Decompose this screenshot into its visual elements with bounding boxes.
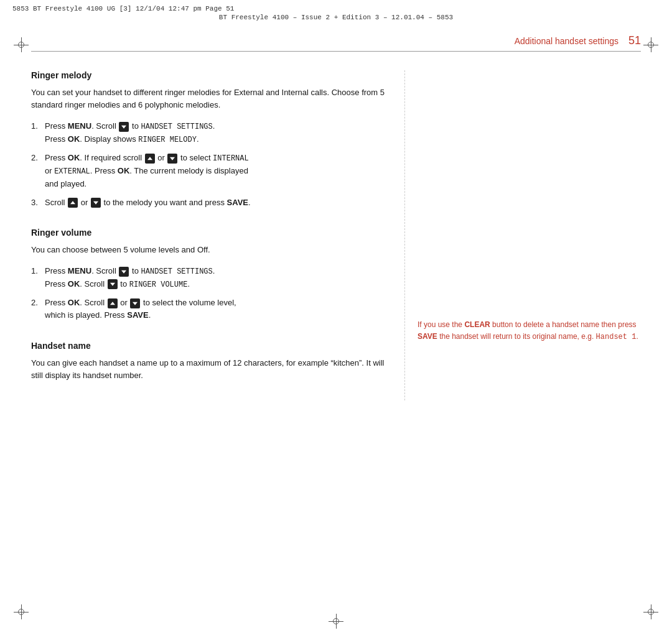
section-handset-name: Handset name You can give each handset a… (31, 341, 392, 382)
step-rv-2: 2. Press OK. Scroll or to select the vol… (31, 297, 392, 321)
scroll-up-icon (145, 154, 155, 164)
crosshair-bottom-left (14, 604, 29, 619)
step-num-2: 2. (31, 152, 45, 190)
page-header: Additional handset settings 51 (31, 34, 641, 52)
step-num-3: 3. (31, 196, 45, 209)
scroll-up-icon-rv (108, 298, 118, 308)
side-column: If you use the CLEAR button to delete a … (404, 70, 641, 400)
steps-ringer-volume: 1. Press MENU. Scroll to HANDSET SETTING… (31, 265, 392, 321)
step-2: 2. Press OK. If required scroll or to se… (31, 152, 392, 190)
crosshair-bottom-right (643, 604, 658, 619)
crosshair-top-left (14, 37, 29, 52)
step-content-2: Press OK. If required scroll or to selec… (45, 152, 392, 190)
content-area: Ringer melody You can set your handset t… (31, 70, 641, 400)
step-content-3: Scroll or to the melody you want and pre… (45, 196, 392, 209)
scroll-up-icon-2 (68, 198, 78, 208)
section-ringer-volume: Ringer volume You can choose between 5 v… (31, 228, 392, 322)
scroll-down-icon-rv2 (108, 279, 118, 289)
steps-ringer-melody: 1. Press MENU. Scroll to HANDSET SETTING… (31, 120, 392, 209)
heading-handset-name: Handset name (31, 341, 392, 351)
scroll-down-icon-3 (91, 198, 101, 208)
scroll-down-icon (119, 122, 129, 132)
crosshair-top-right (643, 37, 658, 52)
side-note: If you use the CLEAR button to delete a … (418, 319, 641, 343)
step-content-rv-2: Press OK. Scroll or to select the volume… (45, 297, 392, 321)
scroll-down-icon-2 (167, 154, 177, 164)
heading-ringer-melody: Ringer melody (31, 70, 392, 80)
main-column: Ringer melody You can set your handset t… (31, 70, 392, 400)
section-ringer-melody: Ringer melody You can set your handset t… (31, 70, 392, 209)
step-rv-1: 1. Press MENU. Scroll to HANDSET SETTING… (31, 265, 392, 290)
step-1: 1. Press MENU. Scroll to HANDSET SETTING… (31, 120, 392, 146)
intro-handset-name: You can give each handset a name up to a… (31, 357, 392, 382)
intro-ringer-melody: You can set your handset to different ri… (31, 86, 392, 111)
heading-ringer-volume: Ringer volume (31, 228, 392, 238)
step-content-rv-1: Press MENU. Scroll to HANDSET SETTINGS. … (45, 265, 392, 290)
step-3: 3. Scroll or to the melody you want and … (31, 196, 392, 209)
meta-left: 5853 BT Freestyle 4100 UG [3] 12/1/04 12… (12, 5, 234, 12)
meta-line2: BT Freestyle 4100 – Issue 2 + Edition 3 … (219, 14, 453, 21)
section-title: Additional handset settings (515, 36, 618, 46)
meta-line1: 5853 BT Freestyle 4100 UG [3] 12/1/04 12… (0, 5, 672, 12)
page-content: Additional handset settings 51 Ringer me… (31, 34, 641, 619)
step-num-rv-1: 1. (31, 265, 45, 290)
step-num-1: 1. (31, 120, 45, 146)
step-content-1: Press MENU. Scroll to HANDSET SETTINGS. … (45, 120, 392, 146)
scroll-down-icon-rv3 (130, 298, 140, 308)
scroll-down-icon-rv1 (119, 267, 129, 277)
top-meta: 5853 BT Freestyle 4100 UG [3] 12/1/04 12… (0, 5, 672, 21)
intro-ringer-volume: You can choose between 5 volume levels a… (31, 244, 392, 256)
page-number: 51 (628, 34, 641, 47)
step-num-rv-2: 2. (31, 297, 45, 321)
